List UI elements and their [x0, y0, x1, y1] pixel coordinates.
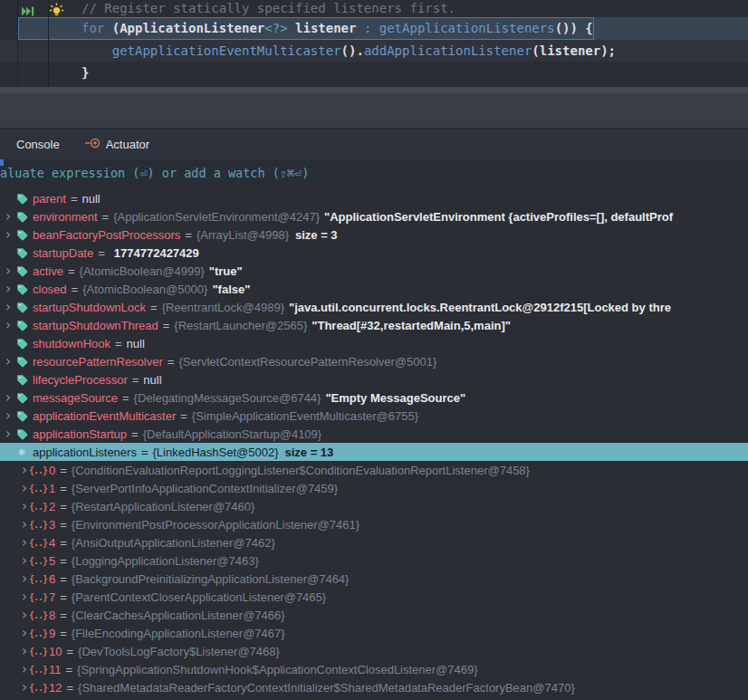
variable-row[interactable]: ›{..}1={ServerPortInfoApplicationContext… — [0, 479, 748, 497]
intention-bulb-icon[interactable] — [49, 3, 64, 22]
equals-sign: = — [60, 482, 67, 495]
variable-row[interactable]: shutdownHook=null — [0, 334, 748, 352]
variable-reference: {SpringApplicationShutdownHook$Applicati… — [77, 663, 478, 676]
variable-row[interactable]: ›{..}7={ParentContextCloserApplicationLi… — [0, 588, 748, 606]
expand-chevron-icon[interactable]: › — [2, 264, 14, 277]
tag-icon — [14, 355, 29, 368]
variable-string-value: "ApplicationServletEnvironment {activePr… — [324, 210, 673, 224]
expand-chevron-icon[interactable]: › — [2, 355, 14, 368]
tag-icon — [14, 264, 29, 277]
variable-row[interactable]: ›{..}6={BackgroundPreinitializingApplica… — [0, 570, 748, 588]
braces-icon: {..} — [31, 484, 45, 494]
expand-chevron-icon[interactable]: › — [2, 210, 14, 223]
variable-row[interactable]: ›{..}11={SpringApplicationShutdownHook$A… — [0, 660, 748, 678]
variable-string-value: "Thread[#32,restartedMain,5,main]" — [312, 319, 511, 332]
variable-row[interactable]: ›applicationStartup={DefaultApplicationS… — [0, 425, 748, 443]
expand-chevron-icon[interactable]: › — [2, 283, 14, 295]
code-text: } — [0, 62, 748, 83]
code-editor[interactable]: // Register statically specified listene… — [0, 0, 748, 87]
variable-row[interactable]: ›{..}12={SharedMetadataReaderFactoryCont… — [0, 678, 748, 696]
variable-value: null — [127, 337, 145, 350]
variable-row[interactable]: ›beanFactoryPostProcessors={ArrayList@49… — [0, 225, 748, 244]
variable-reference: {AtomicBoolean@5000} — [82, 283, 207, 296]
variable-row[interactable]: ›active={AtomicBoolean@4999}"true" — [0, 262, 748, 280]
variable-row[interactable]: ›{..}2={RestartApplicationListener@7460} — [0, 497, 748, 515]
execution-point-icon[interactable] — [22, 4, 34, 20]
braces-icon: {..} — [31, 465, 45, 475]
code-text: for (ApplicationListener<?> listener : g… — [0, 17, 748, 40]
variable-reference: {LinkedHashSet@5002} — [153, 446, 279, 459]
variable-reference: {ApplicationServletEnvironment@4247} — [113, 210, 320, 224]
code-line[interactable]: // Register statically specified listene… — [0, 0, 748, 17]
braces-icon: {..} — [31, 683, 45, 693]
equals-sign: = — [102, 210, 110, 224]
variable-value: null — [143, 373, 161, 387]
equals-sign: = — [132, 373, 139, 387]
variable-name: 12 — [49, 681, 62, 695]
equals-sign: = — [60, 627, 67, 640]
asterisk-icon: ✱ — [14, 447, 29, 457]
variable-row[interactable]: lifecycleProcessor=null — [0, 370, 748, 388]
variable-row[interactable]: ›closed={AtomicBoolean@5000}"false" — [0, 280, 748, 298]
variable-row[interactable]: ›environment={ApplicationServletEnvironm… — [0, 207, 748, 225]
variable-string-value: 1774772427429 — [114, 246, 199, 260]
variable-name: applicationListeners — [33, 446, 137, 459]
variable-reference: {SharedMetadataReaderFactoryContextIniti… — [78, 681, 575, 695]
code-text: getApplicationEventMulticaster().addAppl… — [0, 40, 748, 62]
variable-row[interactable]: ›{..}8={ClearCachesApplicationListener@7… — [0, 606, 748, 624]
variable-row[interactable]: ›messageSource={DelegatingMessageSource@… — [0, 388, 748, 407]
code-line[interactable]: } — [0, 62, 748, 83]
code-line[interactable]: for (ApplicationListener<?> listener : g… — [0, 17, 748, 40]
tag-icon — [14, 427, 29, 440]
variables-tree[interactable]: parent=null›environment={ApplicationServ… — [0, 187, 748, 700]
variable-row[interactable]: parent=null — [0, 189, 748, 207]
expand-chevron-icon[interactable]: › — [2, 319, 14, 331]
tab-console[interactable]: Console — [11, 129, 65, 159]
variable-row[interactable]: ›startupShutdownLock={ReentrantLock@4989… — [0, 298, 748, 316]
evaluate-expression-placeholder: aluate expression (⏎) or add a watch (⇧⌘… — [0, 166, 309, 180]
equals-sign: = — [66, 681, 73, 695]
expand-chevron-icon[interactable]: › — [2, 427, 14, 440]
variable-row[interactable]: ›{..}4={AnsiOutputApplicationListener@74… — [0, 533, 748, 551]
expand-chevron-icon[interactable]: › — [2, 301, 14, 313]
variable-reference: {RestartLauncher@2565} — [174, 319, 307, 332]
variable-row[interactable]: ›startupShutdownThread={RestartLauncher@… — [0, 316, 748, 334]
tab-actuator[interactable]: Actuator — [80, 129, 155, 159]
code-line[interactable]: getApplicationEventMulticaster().addAppl… — [0, 40, 748, 62]
variable-reference: {ServerPortInfoApplicationContextInitial… — [72, 482, 338, 495]
equals-sign: = — [122, 391, 129, 405]
expand-chevron-icon[interactable]: › — [2, 228, 14, 241]
braces-icon: {..} — [31, 538, 45, 548]
equals-sign: = — [60, 572, 67, 586]
variable-string-value: "false" — [212, 283, 250, 296]
actuator-icon — [85, 136, 101, 153]
expand-chevron-icon[interactable]: › — [2, 391, 14, 404]
variable-name: applicationStartup — [33, 427, 127, 441]
variable-row[interactable]: ›{..}3={EnvironmentPostProcessorApplicat… — [0, 515, 748, 533]
equals-sign: = — [131, 427, 139, 441]
panel-gap — [0, 93, 748, 128]
variable-row[interactable]: ›applicationEventMulticaster={SimpleAppl… — [0, 407, 748, 425]
variable-row[interactable]: startupDate=1774772427429 — [0, 244, 748, 262]
variable-row[interactable]: ›{..}9={FileEncodingApplicationListener@… — [0, 624, 748, 642]
variable-reference: {ArrayList@4998} — [197, 228, 289, 242]
variable-row[interactable]: ›{..}5={LoggingApplicationListener@7463} — [0, 551, 748, 570]
expand-chevron-icon[interactable]: › — [2, 409, 14, 422]
variable-name: startupDate — [33, 246, 93, 260]
variable-row[interactable]: ›resourcePatternResolver={ServletContext… — [0, 352, 748, 370]
variable-reference: {ConditionEvaluationReportLoggingListene… — [72, 464, 530, 477]
variable-row[interactable]: ›{..}0={ConditionEvaluationReportLogging… — [0, 461, 748, 479]
tag-icon — [14, 301, 29, 313]
variable-row[interactable]: ›{..}10={DevToolsLogFactory$Listener@746… — [0, 642, 748, 660]
variable-reference: {DevToolsLogFactory$Listener@7468} — [78, 645, 280, 658]
braces-icon: {..} — [31, 665, 45, 675]
evaluate-expression-input[interactable]: aluate expression (⏎) or add a watch (⇧⌘… — [0, 159, 748, 187]
equals-sign: = — [141, 446, 149, 459]
variable-name: 6 — [49, 572, 55, 586]
equals-sign: = — [98, 246, 105, 260]
variable-reference: {ServletContextResourcePatternResolver@5… — [178, 355, 436, 369]
debug-tab-bar: Console Actuator — [0, 128, 748, 159]
variable-row[interactable]: ✱applicationListeners={LinkedHashSet@500… — [0, 443, 748, 461]
variable-reference: {ReentrantLock@4989} — [162, 301, 284, 314]
braces-icon: {..} — [31, 647, 45, 657]
